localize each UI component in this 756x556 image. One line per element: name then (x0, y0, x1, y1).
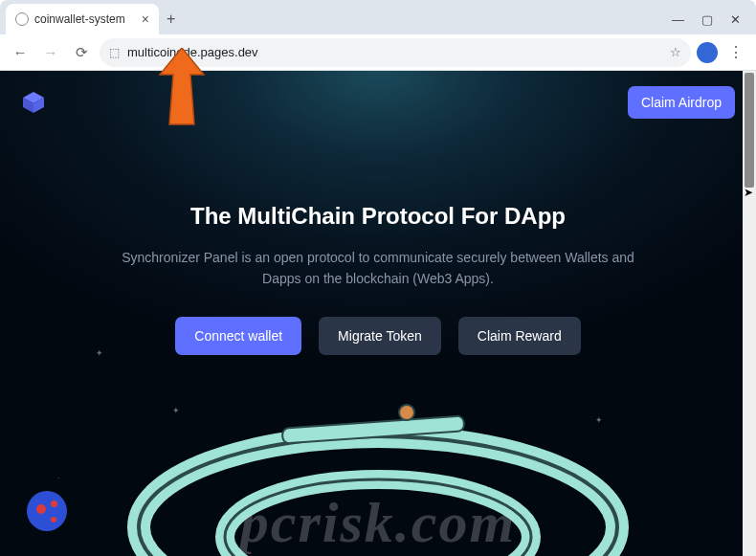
hero-title: The MultiChain Protocol For DApp (38, 203, 718, 230)
claim-reward-label: Claim Reward (478, 328, 562, 344)
browser-window: coinwallet-system × + — ▢ ✕ ← → ⟳ ⬚ mult… (0, 0, 756, 71)
site-info-icon[interactable]: ⬚ (109, 46, 120, 59)
profile-avatar[interactable] (697, 42, 718, 63)
claim-airdrop-button[interactable]: Claim Airdrop (628, 86, 735, 119)
titlebar: coinwallet-system × + — ▢ ✕ (0, 0, 756, 34)
tab-title: coinwallet-system (34, 12, 125, 26)
close-window-icon[interactable]: ✕ (730, 12, 741, 27)
hero-subtitle: Synchronizer Panel is an open protocol t… (110, 247, 646, 290)
new-tab-button[interactable]: + (167, 11, 175, 28)
star-decor-icon: ✦ (595, 415, 603, 425)
hero-illustration (110, 336, 646, 556)
svg-point-3 (139, 436, 617, 556)
reload-button[interactable]: ⟳ (69, 40, 94, 65)
tab-favicon (15, 12, 29, 26)
chat-bubble-badge[interactable] (27, 491, 67, 531)
site-header: Claim Airdrop (0, 71, 756, 134)
hero-section: The MultiChain Protocol For DApp Synchro… (0, 134, 756, 355)
mouse-cursor-icon: ➤ (744, 186, 753, 199)
svg-point-4 (139, 436, 617, 556)
vertical-scrollbar[interactable] (743, 71, 756, 556)
menu-kebab-icon[interactable]: ⋮ (723, 40, 748, 65)
scrollbar-thumb[interactable] (745, 73, 754, 188)
url-text: multicoinode.pages.dev (127, 45, 258, 59)
forward-button[interactable]: → (38, 40, 63, 65)
claim-reward-button[interactable]: Claim Reward (458, 317, 581, 355)
window-controls: — ▢ ✕ (672, 12, 750, 27)
svg-point-5 (225, 479, 531, 556)
maximize-icon[interactable]: ▢ (701, 12, 713, 27)
star-decor-icon: ✦ (96, 348, 103, 358)
svg-point-6 (225, 479, 531, 556)
connect-wallet-label: Connect wallet (194, 328, 282, 344)
address-row: ← → ⟳ ⬚ multicoinode.pages.dev ☆ ⋮ (0, 34, 756, 71)
migrate-token-button[interactable]: Migrate Token (319, 317, 441, 355)
back-button[interactable]: ← (8, 40, 33, 65)
minimize-icon[interactable]: — (672, 12, 684, 27)
bookmark-star-icon[interactable]: ☆ (670, 45, 681, 59)
star-decor-icon: · (57, 473, 60, 482)
svg-rect-7 (282, 415, 465, 443)
svg-point-8 (399, 405, 414, 420)
star-decor-icon: ✦ (172, 406, 180, 415)
cta-row: Connect wallet Migrate Token Claim Rewar… (38, 317, 718, 355)
address-bar[interactable]: ⬚ multicoinode.pages.dev ☆ (100, 38, 691, 67)
browser-tab[interactable]: coinwallet-system × (6, 4, 159, 34)
site-logo-cube-icon (21, 90, 46, 115)
claim-airdrop-label: Claim Airdrop (641, 95, 722, 110)
connect-wallet-button[interactable]: Connect wallet (175, 317, 301, 355)
page-viewport: Claim Airdrop The MultiChain Protocol Fo… (0, 71, 756, 556)
close-tab-icon[interactable]: × (142, 11, 149, 27)
migrate-token-label: Migrate Token (338, 328, 422, 344)
